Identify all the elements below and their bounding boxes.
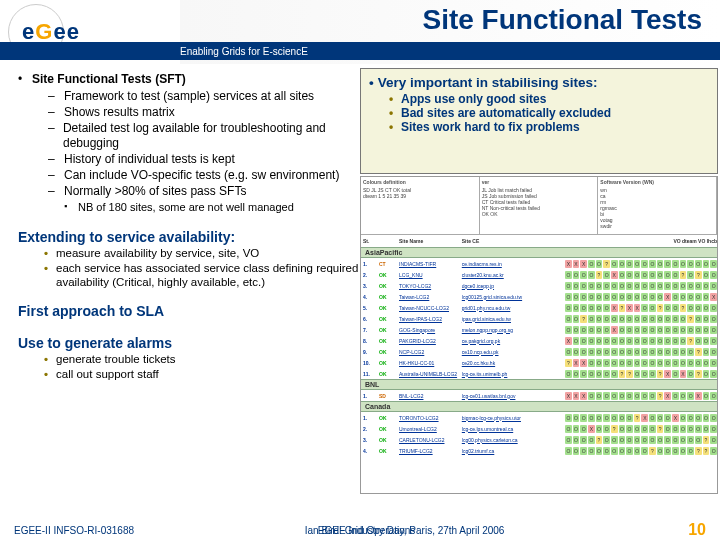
matrix-cell: ? bbox=[619, 370, 626, 378]
matrix-cell: O bbox=[634, 348, 641, 356]
left-heading: Site Functional Tests (SFT) bbox=[32, 72, 186, 87]
matrix-cell: O bbox=[703, 293, 710, 301]
row-cells: OOOOOOOOOOOOOOOOO?OO bbox=[565, 348, 717, 356]
matrix-cell: O bbox=[649, 260, 656, 268]
row-cells: OOOOOOOOOOOOOXOOOOOX bbox=[565, 293, 717, 301]
matrix-cell: O bbox=[626, 436, 633, 444]
small-bullet-icon: • bbox=[44, 352, 56, 366]
matrix-cell: O bbox=[680, 260, 687, 268]
matrix-cell: O bbox=[588, 271, 595, 279]
row-status: OK bbox=[379, 371, 397, 377]
matrix-cell: X bbox=[641, 414, 648, 422]
matrix-cell: O bbox=[634, 425, 641, 433]
row-cells: OOOOOOOOOOO?OOOOO??O bbox=[565, 447, 717, 455]
matrix-cell: X bbox=[672, 414, 679, 422]
matrix-cell: O bbox=[580, 348, 587, 356]
matrix-cell: O bbox=[710, 447, 717, 455]
matrix-cell: O bbox=[588, 304, 595, 312]
row-ce: lcg-ce.lps.umontreal.ca bbox=[462, 426, 563, 432]
row-cells: OOOOOOXOOOOOOOOOOOOO bbox=[565, 326, 717, 334]
matrix-cell: O bbox=[672, 392, 679, 400]
matrix-cell: O bbox=[580, 304, 587, 312]
matrix-cell: O bbox=[657, 271, 664, 279]
matrix-cell: ? bbox=[687, 337, 694, 345]
matrix-cell: X bbox=[695, 392, 702, 400]
matrix-cell: X bbox=[565, 392, 572, 400]
matrix-cell: O bbox=[672, 370, 679, 378]
matrix-cell: O bbox=[596, 425, 603, 433]
callout-lead-text: Very important in stabilising sites: bbox=[378, 75, 598, 90]
matrix-cell: O bbox=[672, 282, 679, 290]
matrix-cell: X bbox=[565, 260, 572, 268]
matrix-cell: O bbox=[657, 260, 664, 268]
matrix-cell: O bbox=[664, 447, 671, 455]
matrix-cell: O bbox=[626, 337, 633, 345]
dash-item: Framework to test (sample) services at a… bbox=[64, 89, 314, 104]
matrix-cell: O bbox=[703, 392, 710, 400]
sft-matrix: Colours definition SD JL JS CT OK total … bbox=[360, 176, 718, 494]
matrix-cell: O bbox=[626, 392, 633, 400]
row-ce: lcg-ce01.usatlas.bnl.gov bbox=[462, 393, 563, 399]
matrix-cell: O bbox=[611, 315, 618, 323]
matrix-cell: O bbox=[649, 271, 656, 279]
matrix-cell: O bbox=[611, 359, 618, 367]
matrix-cell: O bbox=[664, 436, 671, 444]
row-idx: 6. bbox=[363, 316, 377, 322]
row-site: PAKGRID-LCG2 bbox=[399, 338, 460, 344]
tagline-bar: Enabling Grids for E-sciencE bbox=[0, 42, 720, 60]
matrix-cell: O bbox=[664, 260, 671, 268]
dash-icon: – bbox=[48, 184, 64, 199]
matrix-cell: O bbox=[641, 359, 648, 367]
matrix-cell: ? bbox=[611, 425, 618, 433]
matrix-cell: O bbox=[695, 436, 702, 444]
row-idx: 8. bbox=[363, 338, 377, 344]
bullet-dot-icon: • bbox=[18, 72, 32, 87]
region-header: Canada bbox=[361, 401, 717, 412]
matrix-cell: X bbox=[710, 293, 717, 301]
matrix-cell: O bbox=[573, 293, 580, 301]
small-bullet-icon: • bbox=[389, 92, 401, 106]
matrix-row: 1.OKTORONTO-LCG2bigmac-lcg-ce.physics.ut… bbox=[361, 412, 717, 423]
matrix-cell: O bbox=[596, 282, 603, 290]
matrix-cell: O bbox=[634, 392, 641, 400]
legend-h1: Colours definition bbox=[363, 179, 477, 185]
matrix-cell: X bbox=[580, 359, 587, 367]
row-ce: lcg-ce.its.unimelb.ph bbox=[462, 371, 563, 377]
matrix-cell: ? bbox=[649, 447, 656, 455]
sub-note: NB of 180 sites, some are not well manag… bbox=[78, 201, 294, 215]
matrix-cell: O bbox=[641, 370, 648, 378]
matrix-cell: O bbox=[573, 425, 580, 433]
matrix-cell: O bbox=[565, 447, 572, 455]
matrix-cell: O bbox=[565, 326, 572, 334]
matrix-cell: O bbox=[603, 348, 610, 356]
matrix-cell: O bbox=[565, 271, 572, 279]
matrix-cell: O bbox=[641, 271, 648, 279]
matrix-cell: O bbox=[664, 425, 671, 433]
matrix-cell: X bbox=[580, 260, 587, 268]
callout-box: •Very important in stabilising sites: •A… bbox=[360, 68, 718, 174]
matrix-cell: X bbox=[664, 293, 671, 301]
bullet-dot-icon: • bbox=[369, 75, 374, 90]
matrix-cell: O bbox=[603, 337, 610, 345]
matrix-cell: O bbox=[672, 260, 679, 268]
th-idx: St. bbox=[363, 238, 377, 244]
matrix-cell: O bbox=[565, 315, 572, 323]
matrix-cell: O bbox=[672, 271, 679, 279]
matrix-cell: O bbox=[588, 436, 595, 444]
callout-bullet: Apps use only good sites bbox=[401, 92, 546, 106]
matrix-cell: O bbox=[672, 359, 679, 367]
matrix-cell: O bbox=[588, 282, 595, 290]
matrix-cell: X bbox=[573, 392, 580, 400]
dash-icon: – bbox=[48, 121, 63, 151]
matrix-cell: O bbox=[573, 282, 580, 290]
matrix-cell: O bbox=[596, 370, 603, 378]
matrix-cell: O bbox=[634, 271, 641, 279]
matrix-cell: O bbox=[649, 370, 656, 378]
row-status: OK bbox=[379, 437, 397, 443]
matrix-cell: O bbox=[672, 326, 679, 334]
matrix-cell: ? bbox=[596, 271, 603, 279]
matrix-cell: O bbox=[641, 326, 648, 334]
matrix-cell: O bbox=[634, 282, 641, 290]
matrix-cell: O bbox=[611, 447, 618, 455]
row-cells: XOOOOOOOOOOOOOOO?OOO bbox=[565, 337, 717, 345]
